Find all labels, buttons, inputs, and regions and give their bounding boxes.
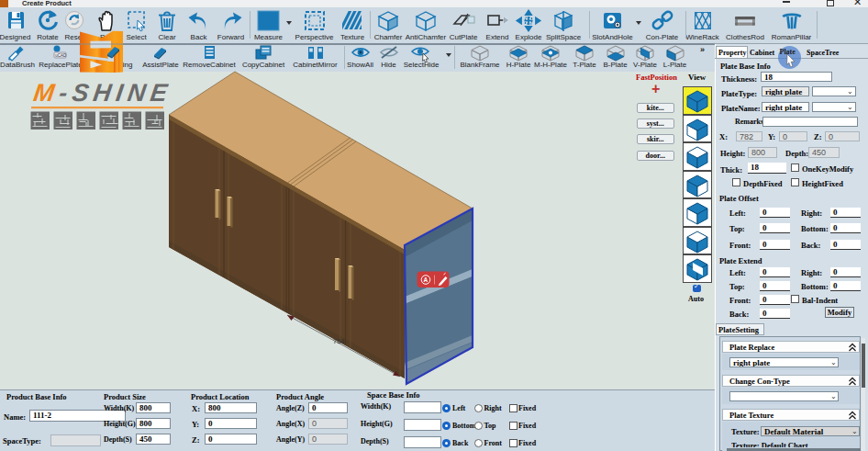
svg-text:M-SHINE: M-SHINE — [32, 78, 174, 107]
